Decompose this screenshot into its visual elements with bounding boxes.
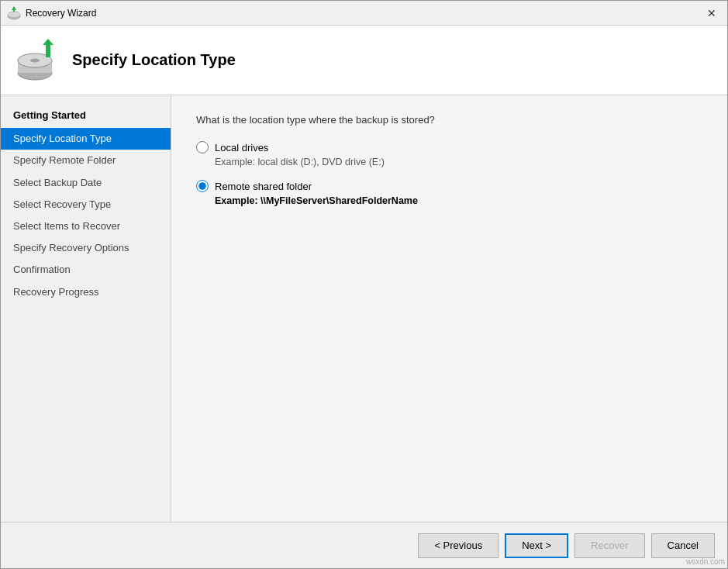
sidebar-item-select-items-to-recover[interactable]: Select Items to Recover: [1, 216, 171, 237]
location-question: What is the location type where the back…: [196, 114, 702, 126]
main-content: What is the location type where the back…: [171, 95, 727, 522]
option-remote-shared-folder: Remote shared folder Example: \\MyFileSe…: [196, 180, 702, 206]
title-bar: Recovery Wizard ✕: [1, 1, 727, 26]
recover-button[interactable]: Recover: [574, 533, 644, 558]
local-drives-label[interactable]: Local drives: [196, 141, 702, 153]
window-title: Recovery Wizard: [26, 8, 702, 19]
remote-folder-radio[interactable]: [196, 180, 209, 192]
footer: < Previous Next > Recover Cancel: [1, 522, 727, 568]
local-drives-title: Local drives: [215, 142, 268, 153]
svg-rect-9: [46, 45, 50, 57]
page-header: Specify Location Type: [1, 26, 727, 95]
cancel-button[interactable]: Cancel: [651, 533, 715, 558]
location-type-options: Local drives Example: local disk (D:), D…: [196, 141, 702, 206]
sidebar-item-select-recovery-type[interactable]: Select Recovery Type: [1, 194, 171, 216]
watermark: wsxdn.com: [686, 557, 725, 566]
sidebar-item-specify-location-type[interactable]: Specify Location Type: [1, 128, 171, 150]
sidebar-item-specify-remote-folder[interactable]: Specify Remote Folder: [1, 150, 171, 171]
header-icon: [16, 39, 60, 82]
sidebar-item-select-backup-date[interactable]: Select Backup Date: [1, 172, 171, 194]
svg-marker-8: [43, 39, 53, 45]
recovery-wizard-window: Recovery Wizard ✕ Specify Location Type …: [0, 0, 728, 569]
remote-folder-example: Example: \\MyFileServer\SharedFolderName: [196, 195, 702, 206]
svg-rect-3: [13, 8, 15, 12]
svg-point-7: [30, 58, 40, 62]
sidebar-item-getting-started: Getting Started: [1, 105, 171, 126]
page-title: Specify Location Type: [72, 51, 236, 69]
local-drives-example: Example: local disk (D:), DVD drive (E:): [196, 157, 702, 167]
sidebar-item-confirmation[interactable]: Confirmation: [1, 259, 171, 281]
content-area: Getting Started Specify Location Type Sp…: [1, 95, 727, 522]
sidebar: Getting Started Specify Location Type Sp…: [1, 95, 171, 522]
remote-folder-title: Remote shared folder: [215, 181, 312, 192]
sidebar-item-specify-recovery-options[interactable]: Specify Recovery Options: [1, 237, 171, 259]
previous-button[interactable]: < Previous: [418, 533, 499, 558]
app-icon: [7, 6, 21, 20]
remote-folder-label[interactable]: Remote shared folder: [196, 180, 702, 192]
local-drives-radio[interactable]: [196, 141, 209, 153]
close-button[interactable]: ✕: [702, 4, 721, 22]
svg-point-1: [8, 12, 20, 18]
sidebar-item-recovery-progress[interactable]: Recovery Progress: [1, 281, 171, 303]
next-button[interactable]: Next >: [505, 533, 568, 558]
option-local-drives: Local drives Example: local disk (D:), D…: [196, 141, 702, 167]
